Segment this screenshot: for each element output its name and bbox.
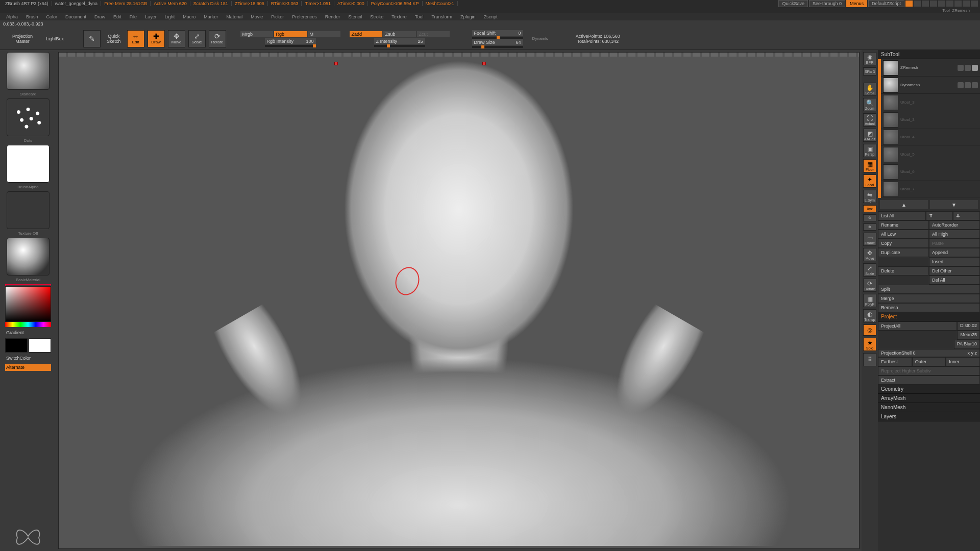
swatch-secondary[interactable] (5, 338, 28, 353)
menu-material[interactable]: Material (222, 14, 247, 19)
symmetry-handle-right[interactable] (482, 62, 486, 65)
insert-button[interactable]: Insert (929, 257, 980, 266)
del-all-button[interactable]: Del All (929, 276, 980, 285)
subtool-row[interactable]: Utool_7 (881, 181, 980, 198)
move-up-button[interactable]: ▲ (880, 200, 928, 209)
subtool-row[interactable]: Utool_3 (881, 111, 980, 129)
menu-zplugin[interactable]: Zplugin (456, 14, 480, 19)
z-intensity-slider[interactable]: Z Intensity25 (374, 38, 425, 44)
dup-up-button[interactable]: ⇈ (926, 211, 953, 220)
menu-stroke[interactable]: Stroke (366, 14, 387, 19)
menu-movie[interactable]: Movie (247, 14, 267, 19)
menu-zscript[interactable]: Zscript (480, 14, 502, 19)
menu-brush[interactable]: Brush (22, 14, 42, 19)
swatch-primary[interactable] (29, 338, 51, 353)
farthest-button[interactable]: Farthest (878, 357, 912, 366)
del-other-button[interactable]: Del Other (929, 266, 980, 276)
split-section[interactable]: Split (878, 285, 980, 294)
quicksketch-button[interactable]: ✎ (83, 30, 101, 47)
spix-slider[interactable]: SPix 3 (863, 67, 876, 76)
alternate-button[interactable]: Alternate (5, 364, 51, 371)
menu-layer[interactable]: Layer (141, 14, 161, 19)
xyz-button[interactable]: Xyz (863, 205, 876, 212)
project-header[interactable]: Project (878, 312, 980, 321)
subtool-row[interactable]: Utool_5 (881, 146, 980, 163)
menus-button[interactable]: Menus (846, 0, 867, 7)
menu-color[interactable]: Color (42, 14, 62, 19)
menu-preferences[interactable]: Preferences (288, 14, 321, 19)
copy-button[interactable]: Copy (878, 239, 929, 248)
m-button[interactable]: M (308, 31, 340, 37)
eye-icon[interactable] (972, 65, 978, 71)
subtool-row[interactable]: Utool_4 (881, 129, 980, 146)
duplicate-button[interactable]: Duplicate (878, 248, 929, 257)
local-button[interactable]: ✦Local (863, 174, 876, 188)
brush-thumb[interactable] (7, 52, 50, 90)
persp-button[interactable]: ▣Persp (863, 144, 876, 157)
layout-icon[interactable] (914, 1, 921, 7)
nanomesh-header[interactable]: NanoMesh (878, 403, 980, 412)
minimize-icon[interactable] (946, 1, 953, 7)
viewport[interactable] (58, 52, 860, 549)
zsub-button[interactable]: Zsub (383, 31, 416, 37)
gradient-button[interactable]: Gradient (5, 329, 51, 336)
projection-master-button[interactable]: Projection Master (5, 33, 40, 45)
autoreorder-button[interactable]: AutoReorder (929, 220, 980, 230)
float-icon[interactable] (938, 1, 945, 7)
menu-alpha[interactable]: Alpha (2, 14, 22, 19)
pa-blur-slider[interactable]: PA Blur10 (954, 340, 980, 349)
focal-shift-slider[interactable]: Focal Shift0 (472, 30, 523, 36)
mean-slider[interactable]: Mean25 (957, 331, 980, 340)
inner-button[interactable]: Inner (946, 357, 980, 366)
texture-thumb[interactable] (7, 191, 50, 229)
material-thumb[interactable] (7, 238, 50, 276)
center-button[interactable]: ⊙ (863, 214, 876, 221)
geometry-header[interactable]: Geometry (878, 385, 980, 394)
dup-down-button[interactable]: ⇊ (953, 211, 980, 220)
nav-rotate-button[interactable]: ⟳Rotate (863, 279, 876, 292)
frame-button[interactable]: ▭Frame (863, 233, 876, 246)
aahalf-button[interactable]: ◩AAHalf (863, 129, 876, 142)
menu-tool[interactable]: Tool (411, 14, 428, 19)
all-low-button[interactable]: All Low (878, 230, 929, 239)
stroke-thumb[interactable] (7, 98, 50, 136)
project-all-button[interactable]: ProjectAll (878, 321, 957, 331)
subtool-row[interactable]: Utool_6 (881, 163, 980, 181)
transp-button[interactable]: ◐Transp (863, 309, 876, 322)
rotate-button[interactable]: ⟳Rotate (209, 30, 226, 47)
home-icon[interactable] (905, 1, 913, 7)
restore-icon[interactable] (954, 1, 962, 7)
default-zscript[interactable]: DefaultZScript (868, 0, 904, 7)
subtool-row[interactable]: Utool_3 (881, 94, 980, 111)
dist-slider[interactable]: Dist0.02 (957, 321, 980, 331)
scroll-button[interactable]: ✋Scroll (863, 83, 876, 96)
menu-picker[interactable]: Picker (267, 14, 288, 19)
eye-icon[interactable] (972, 82, 978, 88)
outer-button[interactable]: Outer (912, 357, 946, 366)
menu-edit[interactable]: Edit (109, 14, 126, 19)
lightbox-button[interactable]: LightBox (43, 35, 67, 42)
xpose-button[interactable]: ⠿ (863, 353, 876, 366)
paste-button[interactable]: Paste (929, 239, 980, 248)
rgb-intensity-slider[interactable]: Rgb Intensity100 (265, 38, 316, 44)
menu-marker[interactable]: Marker (200, 14, 222, 19)
vis-icon[interactable] (958, 65, 964, 71)
nav-move-button[interactable]: ✥Move (863, 248, 876, 261)
quicksave-button[interactable]: QuickSave (778, 0, 808, 7)
symmetry-handle-left[interactable] (334, 62, 338, 65)
arraymesh-header[interactable]: ArrayMesh (878, 394, 980, 403)
merge-section[interactable]: Merge (878, 294, 980, 303)
delete-button[interactable]: Delete (878, 266, 929, 276)
menu-draw[interactable]: Draw (90, 14, 109, 19)
switchcolor-button[interactable]: SwitchColor (5, 355, 51, 362)
scale-button[interactable]: ⤢Scale (188, 30, 206, 47)
close-icon[interactable] (971, 1, 978, 7)
rgb-button[interactable]: Rgb (274, 31, 307, 37)
menu-file[interactable]: File (126, 14, 141, 19)
move-button[interactable]: ✥Move (168, 30, 185, 47)
menu-macro[interactable]: Macro (179, 14, 200, 19)
layers-header[interactable]: Layers (878, 412, 980, 421)
mrgb-button[interactable]: Mrgb (240, 31, 273, 37)
nav-scale-button[interactable]: ⤢Scale (863, 263, 876, 277)
color-picker[interactable] (5, 284, 51, 327)
